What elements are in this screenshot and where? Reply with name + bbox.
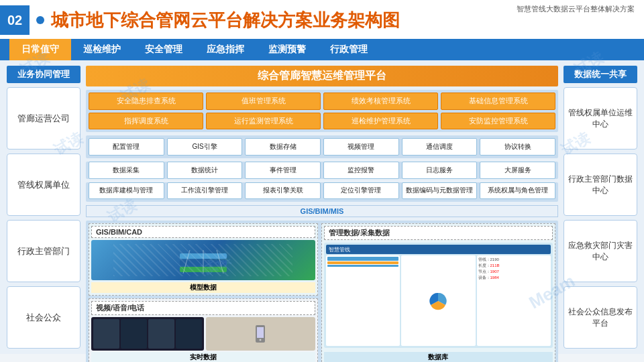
mid-r2-0: 数据采集 xyxy=(89,162,164,179)
top-col-1: 值班管理系统 运行监测管理系统 xyxy=(206,93,321,129)
center-title: 综合管廊智慧运维管理平台 xyxy=(86,66,558,86)
right-panel-title: 数据统一共享 xyxy=(564,66,637,83)
right-item-2: 应急救灾部门灾害中心 xyxy=(564,220,637,282)
top-box-02: 绩效考核管理系统 xyxy=(323,93,438,110)
gis-image xyxy=(91,240,315,280)
top-box-00: 安全隐患排查系统 xyxy=(89,93,203,110)
nav-item-0[interactable]: 日常值守 xyxy=(9,39,71,60)
top-col-0: 安全隐患排查系统 指挥调度系统 xyxy=(89,93,203,129)
svg-rect-1 xyxy=(180,260,227,265)
nav-item-1[interactable]: 巡检维护 xyxy=(71,39,133,60)
left-item-2: 行政主管部门 xyxy=(7,220,80,282)
realtime-label: 实时数据 xyxy=(91,352,315,362)
mid-r3-3: 定位引擎管理 xyxy=(323,182,399,199)
middle-row-2: 数据采集 数据统计 事件管理 监控报警 日志服务 大屏服务 xyxy=(86,162,558,179)
top-box-03: 基础信息管理系统 xyxy=(441,93,555,110)
surveillance-image xyxy=(91,317,204,351)
data-display: 智慧管线 xyxy=(324,243,553,348)
gis-section-title: GIS/BIM/CAD xyxy=(91,226,315,238)
nav-item-4[interactable]: 监测预警 xyxy=(256,39,318,60)
nav-item-3[interactable]: 应急指挥 xyxy=(195,39,256,60)
left-item-0: 管廊运营公司 xyxy=(7,87,80,149)
video-section-title: 视频/语音/电话 xyxy=(91,301,315,315)
top-box-13: 安防监控管理系统 xyxy=(441,113,555,130)
db-label: 数据库 xyxy=(324,352,553,362)
header-dot-icon xyxy=(36,16,44,24)
top-box-10: 指挥调度系统 xyxy=(89,113,203,130)
gis-label: GIS/BIM/MIS xyxy=(86,205,558,217)
top-box-11: 运行监测管理系统 xyxy=(206,113,321,130)
left-item-1: 管线权属单位 xyxy=(7,154,80,216)
top-box-12: 巡检维护管理系统 xyxy=(323,113,438,130)
top-grid: 安全隐患排查系统 指挥调度系统 值班管理系统 运行监测管理系统 绩效考核管理系统… xyxy=(86,90,558,132)
svg-rect-7 xyxy=(257,327,264,338)
right-panel: 数据统一共享 管线权属单位运维中心 行政主管部门数据中心 应急救灾部门灾害中心 … xyxy=(564,66,637,349)
svg-line-3 xyxy=(183,250,190,274)
right-item-3: 社会公众信息发布平台 xyxy=(564,286,637,349)
left-item-3: 社会公众 xyxy=(7,286,80,349)
mid-r3-2: 报表引擎关联 xyxy=(245,182,321,199)
mid-r2-2: 事件管理 xyxy=(245,162,321,179)
mid-r3-4: 数据编码与元数据管理 xyxy=(402,182,478,199)
mid-r2-4: 日志服务 xyxy=(402,162,478,179)
mid-r2-5: 大屏服务 xyxy=(480,162,555,179)
svg-rect-2 xyxy=(180,267,227,272)
mid-r1-1: GIS引擎 xyxy=(167,138,243,156)
bottom-left: GIS/BIM/CAD 模型数 xyxy=(89,223,318,362)
top-col-2: 绩效考核管理系统 巡检维护管理系统 xyxy=(323,93,438,129)
bottom-right: 管理数据/采集数据 智慧管线 xyxy=(321,223,556,362)
mid-r3-1: 工作流引擎管理 xyxy=(167,182,243,199)
right-item-0: 管线权属单位运维中心 xyxy=(564,87,637,149)
bottom-area: GIS/BIM/CAD 模型数 xyxy=(86,221,558,362)
model-label: 模型数据 xyxy=(91,282,315,293)
mid-r1-0: 配置管理 xyxy=(89,138,164,156)
mid-r3-0: 数据库建模与管理 xyxy=(89,182,164,199)
mid-r2-3: 监控报警 xyxy=(323,162,399,179)
nav-item-5[interactable]: 行政管理 xyxy=(318,39,380,60)
left-panel: 业务协同管理 管廊运营公司 管线权属单位 行政主管部门 社会公众 xyxy=(7,66,80,349)
svg-point-8 xyxy=(260,339,262,341)
mid-r1-4: 通信调度 xyxy=(402,138,478,156)
top-col-3: 基础信息管理系统 安防监控管理系统 xyxy=(441,93,555,129)
phone-image xyxy=(206,317,315,351)
middle-row-3: 数据库建模与管理 工作流引擎管理 报表引擎关联 定位引擎管理 数据编码与元数据管… xyxy=(86,182,558,202)
mid-r1-3: 视频管理 xyxy=(323,138,399,156)
nav-bar: 日常值守 巡检维护 安全管理 应急指挥 监测预警 行政管理 xyxy=(0,39,644,60)
left-panel-title: 业务协同管理 xyxy=(7,66,80,83)
svg-rect-0 xyxy=(180,253,227,259)
mid-r2-1: 数据统计 xyxy=(167,162,243,179)
svg-line-5 xyxy=(217,250,223,274)
middle-row-1: 配置管理 GIS引擎 数据存储 视频管理 通信调度 协议转换 xyxy=(86,135,558,158)
main-content: 业务协同管理 管廊运营公司 管线权属单位 行政主管部门 社会公众 综合管廊智慧运… xyxy=(0,60,644,354)
page-title: 城市地下综合管网云平台解决方案业务架构图 xyxy=(51,9,400,32)
mid-r1-5: 协议转换 xyxy=(480,138,555,156)
center-panel: 综合管廊智慧运维管理平台 安全隐患排查系统 指挥调度系统 值班管理系统 运行监测… xyxy=(86,66,558,349)
section-number: 02 xyxy=(0,5,30,35)
top-label: 智慧管线大数据云平台整体解决方案 xyxy=(517,4,635,14)
manage-data-title: 管理数据/采集数据 xyxy=(324,226,553,240)
nav-item-2[interactable]: 安全管理 xyxy=(133,39,195,60)
right-item-1: 行政主管部门数据中心 xyxy=(564,154,637,216)
mid-r1-2: 数据存储 xyxy=(245,138,321,156)
top-box-01: 值班管理系统 xyxy=(206,93,321,110)
mid-r3-5: 系统权属与角色管理 xyxy=(480,182,555,199)
